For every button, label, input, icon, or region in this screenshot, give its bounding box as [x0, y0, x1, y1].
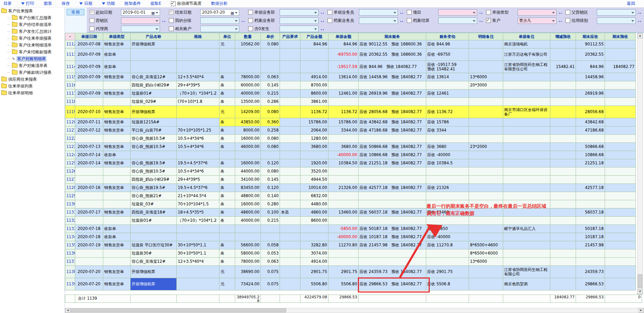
cell-id[interactable]: 1123	[65, 143, 75, 151]
horizontal-scroll-thumb[interactable]	[71, 309, 286, 312]
cell-endp[interactable]	[605, 118, 636, 126]
cell-req[interactable]	[280, 81, 300, 90]
cell-unit[interactable]: 条	[219, 217, 235, 225]
cell-inc[interactable]	[550, 143, 576, 151]
cell-date[interactable]: 2020-07-13	[75, 143, 103, 151]
cell-product[interactable]: 开据增值税票	[131, 278, 177, 290]
cell-spec[interactable]	[177, 106, 219, 118]
cell-inc[interactable]	[550, 266, 576, 278]
cell-price[interactable]: 0.286	[261, 98, 280, 106]
cell-req[interactable]: 本高	[280, 208, 300, 217]
cell-dnote[interactable]	[469, 184, 503, 192]
cell-endr[interactable]: 47186.68	[576, 126, 605, 135]
date-input[interactable]: 2020-07-20▦	[200, 9, 239, 16]
filter-checkbox[interactable]	[248, 18, 253, 23]
cell-type[interactable]	[103, 258, 131, 266]
cell-date[interactable]: 2020-07-09	[75, 90, 103, 98]
cell-acct[interactable]: 应收 47186.68 预收 184082.77	[359, 126, 426, 135]
cell-price[interactable]: 0.145	[261, 81, 280, 90]
sidebar-item[interactable]: 客户往来报表	[0, 8, 65, 14]
cell-note[interactable]	[503, 176, 550, 184]
cell-product[interactable]: 背心袋_熊姬19.5#	[131, 184, 177, 192]
filter-checkbox[interactable]	[248, 10, 253, 15]
cell-damt[interactable]: 1136.72	[328, 106, 359, 118]
cell-req[interactable]	[280, 73, 300, 81]
cell-endr[interactable]: 21457.98	[576, 241, 605, 249]
cell-price[interactable]: 0.080	[261, 135, 280, 143]
cell-pamt[interactable]: 3282.80	[300, 241, 328, 249]
cell-dnote[interactable]	[469, 151, 503, 159]
cell-endp[interactable]	[605, 159, 636, 167]
sidebar-item[interactable]: 供应商往来报表	[0, 76, 65, 83]
cell-note[interactable]	[503, 126, 550, 135]
cell-qty[interactable]: 38690.00	[235, 266, 261, 278]
cell-price[interactable]: 0.120	[261, 159, 280, 167]
filter-more-button[interactable]: ..	[321, 26, 324, 31]
cell-date[interactable]	[75, 81, 103, 90]
cell-product[interactable]: 平口袋_白袋70#	[131, 126, 177, 135]
cell-spec[interactable]: 21+10*44.5*4	[177, 192, 219, 200]
cell-date[interactable]	[75, 249, 103, 258]
cell-note[interactable]: 南京市浦口区全福环保设备厂	[503, 106, 550, 118]
filter-more-button[interactable]: ..	[321, 18, 324, 23]
filter-dropdown[interactable]	[280, 17, 319, 24]
cell-dnote[interactable]	[469, 49, 503, 61]
cell-type[interactable]	[103, 192, 131, 200]
cell-date[interactable]: 2020-07-20	[75, 266, 103, 278]
cell-note[interactable]	[503, 208, 550, 217]
cell-dnote[interactable]	[469, 126, 503, 135]
cell-endp[interactable]	[605, 200, 636, 208]
cell-qty[interactable]	[235, 151, 261, 159]
cell-product[interactable]: 开据增值税票	[131, 40, 177, 49]
scroll-down-button[interactable]: ▼	[638, 289, 643, 294]
cell-inc[interactable]	[550, 118, 576, 126]
cell-dnote[interactable]	[469, 40, 503, 49]
cell-dnote[interactable]	[469, 118, 503, 126]
cell-endr[interactable]	[576, 200, 605, 208]
column-header[interactable]: 数量	[235, 33, 261, 40]
sidebar-item[interactable]: 往来单据列表	[0, 83, 65, 90]
cell-pamt[interactable]	[300, 151, 328, 159]
cell-spec[interactable]: （70+10）*104*1.2	[177, 90, 219, 98]
cell-pamt[interactable]	[300, 225, 328, 233]
cell-pamt[interactable]: 1280.00	[300, 135, 328, 143]
filter-checkbox[interactable]	[90, 26, 94, 31]
cell-acct[interactable]: 应收 14458.96 预收 184082.77	[359, 73, 426, 81]
cell-date[interactable]: 2020-07-18	[75, 225, 103, 233]
cell-date[interactable]: 2020-07-14	[75, 159, 103, 167]
cell-id[interactable]: 1129	[65, 192, 75, 200]
cell-inc[interactable]	[550, 90, 576, 98]
cell-spec[interactable]: 12+3.5*40*4	[177, 73, 219, 81]
cell-dnote[interactable]: 8*6500+4600	[469, 241, 503, 249]
cell-price[interactable]: 0.075	[261, 266, 280, 278]
chevron-down-icon[interactable]	[235, 20, 238, 22]
cell-unit[interactable]: 条	[219, 98, 235, 106]
cell-type[interactable]	[103, 135, 131, 143]
cell-damt[interactable]: 5506.80	[328, 278, 359, 290]
cell-spec[interactable]: 70+10*104*1.5	[177, 200, 219, 208]
cell-damt[interactable]: 3680.00	[328, 143, 359, 151]
cell-pamt[interactable]: 4914.00	[300, 258, 328, 266]
cell-pamt[interactable]: 3861.00	[300, 98, 328, 106]
cell-unit[interactable]	[219, 151, 235, 159]
cell-unit[interactable]: 元	[219, 40, 235, 49]
cell-type[interactable]: 销售发货单	[103, 73, 131, 81]
cell-price[interactable]: 0.080	[261, 143, 280, 151]
cell-inc[interactable]	[550, 151, 576, 159]
horizontal-scrollbar[interactable]: ◀ ▶	[65, 308, 644, 313]
sidebar-item[interactable]: 客户往来明细清单	[0, 42, 65, 49]
chevron-down-icon[interactable]	[393, 12, 396, 14]
cell-req[interactable]	[280, 61, 300, 73]
cell-endr[interactable]: 90112.55	[576, 40, 605, 49]
cell-spec[interactable]: 29+4*39*5	[177, 176, 219, 184]
cell-inc[interactable]	[550, 159, 576, 167]
cell-acct[interactable]: 应收 90112.55 预收 168600.36	[359, 40, 426, 49]
cell-pamt[interactable]: 2064.00	[300, 126, 328, 135]
cell-date[interactable]	[75, 258, 103, 266]
chevron-down-icon[interactable]	[235, 28, 238, 30]
filter-more-button[interactable]: ..	[479, 18, 483, 23]
cell-req[interactable]	[280, 118, 300, 126]
cell-product[interactable]: 背心袋_茶海棠12#	[131, 258, 177, 266]
cell-inc[interactable]	[550, 233, 576, 241]
filter-checkbox[interactable]	[565, 10, 570, 15]
